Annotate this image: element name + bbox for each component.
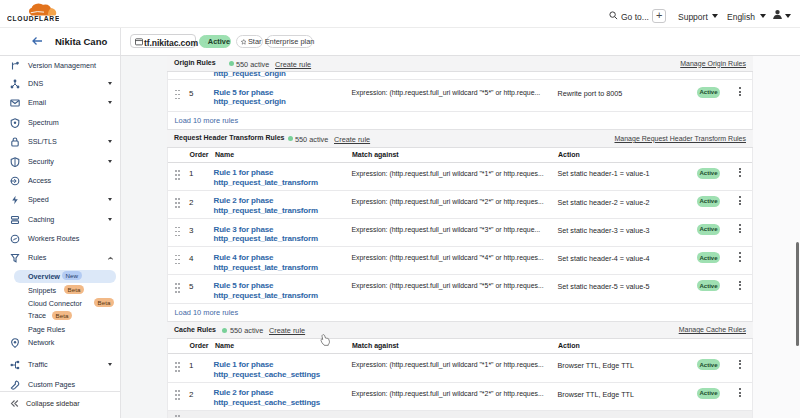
svg-text:CLOUDFLARE: CLOUDFLARE [7,15,59,22]
